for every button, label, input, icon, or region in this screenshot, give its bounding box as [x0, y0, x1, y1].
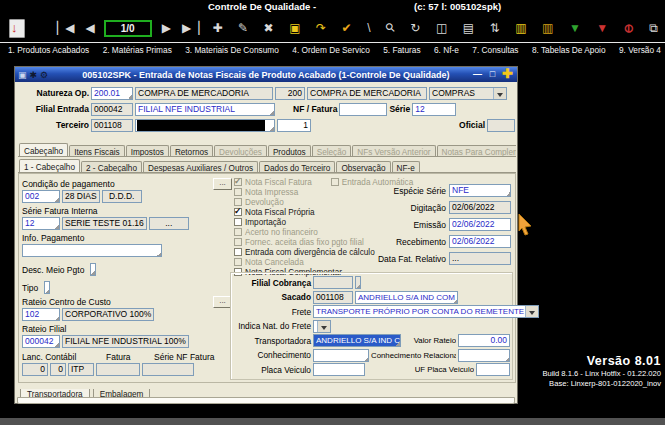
screen: Controle De Qualidade - (c: 57 l: 005102… — [0, 0, 665, 425]
pin-icon[interactable]: ✱ — [30, 70, 38, 80]
save-icon[interactable]: ▣ — [289, 21, 299, 35]
desc-meio-pgto-field[interactable] — [90, 263, 96, 276]
menu-item[interactable]: 4. Ordem De Servico — [292, 45, 369, 55]
menu-item[interactable]: 9. Versão 4 — [619, 45, 661, 55]
grid-remove-icon[interactable]: ▥ — [542, 21, 552, 35]
add-record-icon[interactable]: ✚ — [212, 21, 221, 35]
window-titlebar[interactable]: ▣✱⚙ 005102SPK - Entrada de Notas Fiscais… — [15, 67, 517, 82]
filter-clear-icon[interactable]: ▼ — [596, 21, 607, 35]
natureza-row: Natureza Op. 200.01 COMPRA DE MERCADORIA… — [19, 86, 515, 100]
natureza-tipo-select[interactable]: COMPRAS — [429, 87, 507, 100]
tab[interactable]: NFs Versão Anterior — [352, 145, 435, 157]
confirm-icon[interactable]: ✔ — [342, 21, 351, 35]
lanc-v2-field: 0 — [50, 363, 66, 376]
placa-veiculo-label: Placa Veiculo — [233, 365, 311, 375]
placa-veiculo-field[interactable] — [313, 363, 365, 376]
checkbox-box — [234, 198, 242, 206]
indica-nat-frete-select[interactable] — [313, 320, 331, 333]
search-icon[interactable]: ⚲ — [382, 20, 397, 35]
rateio-cc-code-field[interactable]: 102 — [22, 308, 60, 321]
subtab[interactable]: 1 - Cabeçalho — [19, 159, 80, 173]
delete-record-icon[interactable]: ✖ — [264, 21, 273, 35]
first-record-icon[interactable]: ▏◀ — [57, 21, 73, 35]
tools-icon[interactable]: ⚙ — [40, 70, 48, 80]
edit-record-icon[interactable]: ✎ — [238, 21, 247, 35]
sacado-code-field[interactable]: 001108 — [313, 291, 353, 304]
terceiro-code-field[interactable]: 001108 — [91, 119, 133, 132]
clean-icon[interactable]: \ — [367, 21, 369, 35]
close-button[interactable]: ✚ — [501, 69, 514, 80]
tab[interactable]: Itens Fiscais — [69, 145, 125, 157]
natureza-code-field[interactable]: 200.01 — [91, 87, 133, 100]
tab[interactable]: Seleção — [312, 145, 352, 157]
conhecimento-relacionado-field[interactable] — [458, 349, 510, 362]
subtab[interactable]: Despesas Auxiliares / Outros — [143, 161, 258, 173]
prev-record-icon[interactable]: ◀ — [85, 21, 93, 35]
frete-select[interactable]: TRANSPORTE PRÓPRIO POR CONTA DO REMETENT… — [313, 305, 539, 318]
cond-pagamento-lookup-button[interactable]: ... — [213, 178, 232, 190]
last-record-icon[interactable]: ▶▕ — [182, 21, 198, 35]
filter-icon[interactable]: ▼ — [569, 21, 580, 35]
uf-placa-veiculo-field[interactable] — [476, 363, 510, 376]
menu-item[interactable]: 7. Consultas — [472, 45, 518, 55]
digitacao-field: 02/06/2022 — [449, 201, 511, 214]
menu-item[interactable]: 5. Faturas — [383, 45, 420, 55]
checkbox-label: Nota Fiscal Própria — [245, 208, 315, 217]
nf-fatura-field[interactable] — [339, 103, 387, 116]
info-pagamento-field[interactable] — [22, 244, 162, 257]
subtab[interactable]: NF-e — [392, 161, 420, 173]
menu-item[interactable]: 6. Nf-e — [434, 45, 459, 55]
serie-fatura-desc-field: SERIE TESTE 01.16 — [62, 217, 147, 230]
natureza-code2-field: 200 — [275, 87, 305, 100]
cond-code-field[interactable]: 002 — [22, 190, 60, 203]
recebimento-field[interactable]: 02/06/2022 — [449, 235, 511, 248]
grid-add-icon[interactable]: ▥ — [515, 21, 525, 35]
tab[interactable]: Cabeçalho — [19, 143, 68, 157]
rateio-filial-code-field[interactable]: 000042 — [22, 335, 60, 348]
dates-block: Espécie Série NFE Digitação 02/06/2022 E… — [311, 184, 511, 269]
especie-serie-label: Espécie Série — [394, 186, 446, 196]
tab[interactable]: Produtos — [268, 145, 311, 157]
serie-field[interactable]: 12 — [412, 103, 456, 116]
serie-fatura-label: Série Fatura Interna — [22, 206, 98, 216]
valor-rateio-field[interactable]: 0.00 — [458, 334, 510, 347]
subtab[interactable]: Dados do Terceiro — [259, 161, 335, 173]
refresh-icon[interactable]: ↻ — [410, 21, 419, 35]
menu-item[interactable]: 2. Matérias Primas — [103, 45, 172, 55]
minimize-button[interactable]: — — [471, 69, 484, 80]
window-icon[interactable]: ▣ — [18, 70, 27, 80]
remote-desktop-icon[interactable]: ⧉ — [649, 21, 657, 35]
subtab[interactable]: 2 - Cabeçalho — [81, 161, 142, 173]
tab[interactable]: Retornos — [170, 145, 213, 157]
especie-serie-field[interactable]: NFE — [449, 184, 511, 197]
transportadora-field[interactable]: ANDRIELLO S/A IND COM — [313, 334, 401, 347]
tipo-field[interactable] — [44, 281, 50, 294]
sort-icon[interactable]: ⇅ — [490, 21, 499, 35]
terceiro-name-field[interactable] — [135, 119, 275, 132]
cond-extra-field: D.D.D. — [102, 190, 142, 203]
exit-icon[interactable]: ⊖ — [621, 23, 635, 32]
maximize-button[interactable]: □ — [486, 69, 499, 80]
subtab[interactable]: Observação — [336, 161, 390, 173]
filial-desc-field[interactable]: FILIAL NFE INDUSTRIAL — [135, 103, 275, 116]
document-import-icon[interactable]: ↓ — [9, 19, 25, 38]
menu-item[interactable]: 1. Produtos Acabados — [8, 45, 89, 55]
print-icon[interactable]: ▤ — [463, 21, 473, 35]
checkbox-box — [234, 248, 242, 256]
serie-fatura-code-field[interactable]: 12 — [22, 217, 60, 230]
conhecimento-field[interactable] — [313, 349, 369, 362]
checkbox-box — [234, 208, 242, 216]
tab[interactable]: Devoluções — [214, 145, 267, 157]
digitacao-label: Digitação — [411, 203, 446, 213]
sacado-name-field[interactable]: ANDRIELLO S/A IND COM — [355, 291, 458, 304]
rateio-filial-label: Rateio Filial — [22, 324, 66, 334]
tab[interactable]: Notas Para Complemento — [437, 145, 516, 157]
emissao-field[interactable]: 02/06/2022 — [449, 218, 511, 231]
preview-icon[interactable]: ◫ — [436, 21, 446, 35]
terceiro-seq-field[interactable]: 1 — [277, 119, 311, 132]
undo-icon[interactable]: ↷ — [316, 21, 325, 35]
next-record-icon[interactable]: ▶ — [162, 21, 170, 35]
tab[interactable]: Impostos — [126, 145, 169, 157]
menu-item[interactable]: 3. Materiais De Consumo — [185, 45, 279, 55]
menu-item[interactable]: 8. Tabelas De Apoio — [532, 45, 606, 55]
